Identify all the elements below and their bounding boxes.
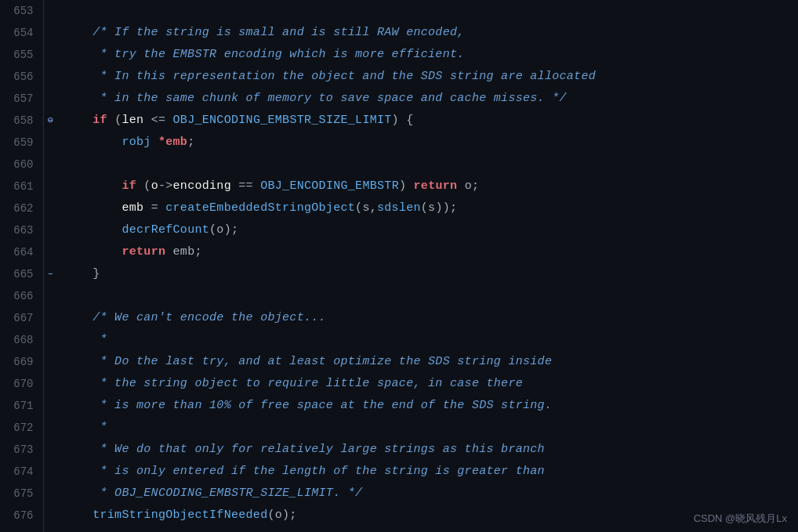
code-token: o (151, 179, 158, 193)
table-row: 655 * try the EMBSTR encoding which is m… (0, 44, 798, 66)
code-token: OBJ_ENCODING_EMBSTR (260, 179, 399, 193)
code-token: * is more than 10% of free space at the … (63, 399, 552, 412)
code-token: * (63, 421, 107, 434)
fold-marker (43, 329, 57, 351)
table-row: 667 /* We can't encode the object... (0, 307, 798, 329)
table-row: 670 * the string object to require littl… (0, 373, 798, 395)
code-token: * is only entered if the length of the s… (63, 465, 545, 478)
line-number: 663 (0, 219, 43, 241)
line-number: 675 (0, 483, 43, 505)
table-row: 669 * Do the last try, and at least opti… (0, 351, 798, 373)
fold-marker (43, 0, 57, 22)
code-content: /* If the string is small and is still R… (57, 22, 798, 44)
code-token: o; (457, 179, 479, 193)
table-row: 674 * is only entered if the length of t… (0, 461, 798, 483)
fold-marker (43, 176, 57, 197)
line-number: 673 (0, 439, 43, 461)
code-content: * OBJ_ENCODING_EMBSTR_SIZE_LIMIT. */ (57, 483, 798, 505)
code-content: if (o->encoding == OBJ_ENCODING_EMBSTR) … (57, 176, 798, 197)
code-token: = (143, 201, 165, 215)
code-token (63, 245, 122, 259)
code-token: * OBJ_ENCODING_EMBSTR_SIZE_LIMIT. */ (63, 487, 362, 500)
code-token: (o); (267, 508, 296, 522)
line-number: 670 (0, 373, 43, 395)
fold-marker (43, 527, 57, 532)
code-content (57, 285, 798, 307)
line-number: 657 (0, 88, 43, 110)
table-row: 662 emb = createEmbeddedStringObject(s,s… (0, 197, 798, 219)
code-token: * We do that only for relatively large s… (63, 443, 545, 456)
code-token: (o); (209, 223, 238, 237)
code-token: emb; (165, 245, 202, 259)
code-content: * (57, 417, 798, 439)
line-number: 660 (0, 154, 43, 176)
code-token: emb (122, 201, 143, 215)
table-row: 666 (0, 285, 798, 307)
code-token: /* We can't encode the object... (63, 311, 326, 324)
code-token: robj (122, 136, 151, 149)
line-number: 661 (0, 176, 43, 197)
code-content: * is only entered if the length of the s… (57, 461, 798, 483)
line-number: 662 (0, 197, 43, 219)
fold-marker (43, 417, 57, 439)
line-number: 671 (0, 395, 43, 417)
fold-marker[interactable]: ⊖ (43, 110, 57, 132)
code-token: } (63, 267, 100, 280)
code-token: * try the EMBSTR encoding which is more … (63, 48, 465, 61)
watermark: CSDN @晓风残月Lx (694, 512, 787, 526)
fold-marker (43, 154, 57, 176)
code-content: * is more than 10% of free space at the … (57, 395, 798, 417)
fold-marker (43, 373, 57, 395)
code-content: /* We can't encode the object... (57, 307, 798, 329)
table-row: 665– } (0, 263, 798, 285)
fold-marker (43, 219, 57, 241)
code-token: ( (136, 179, 151, 193)
code-token: == (231, 179, 260, 193)
code-content: if (len <= OBJ_ENCODING_EMBSTR_SIZE_LIMI… (57, 110, 798, 132)
line-number: 668 (0, 329, 43, 351)
table-row: 656 * In this representation the object … (0, 66, 798, 88)
code-token: OBJ_ENCODING_EMBSTR_SIZE_LIMIT (173, 114, 392, 127)
line-number: 667 (0, 307, 43, 329)
table-row: 672 * (0, 417, 798, 439)
fold-marker (43, 132, 57, 154)
table-row: 668 * (0, 329, 798, 351)
line-number: 653 (0, 0, 43, 22)
fold-marker (43, 439, 57, 461)
code-content: * the string object to require little sp… (57, 373, 798, 395)
line-number: 666 (0, 285, 43, 307)
code-token: *emb (158, 136, 187, 149)
fold-marker (43, 395, 57, 417)
code-content: * (57, 329, 798, 351)
fold-marker (43, 44, 57, 66)
table-row: 677 (0, 527, 798, 532)
code-token: * in the same chunk of memory to save sp… (63, 92, 567, 105)
line-number: 655 (0, 44, 43, 66)
code-viewer: 653 654 /* If the string is small and is… (0, 0, 798, 532)
code-token: ) { (392, 114, 414, 127)
table-row: 676 trimStringObjectIfNeeded(o); (0, 505, 798, 527)
line-number: 658 (0, 110, 43, 132)
code-token: (s, (355, 201, 377, 215)
code-token: <= (143, 114, 172, 127)
table-row: 654 /* If the string is small and is sti… (0, 22, 798, 44)
code-token: * In this representation the object and … (63, 70, 596, 83)
code-content: } (57, 263, 798, 285)
line-number: 659 (0, 132, 43, 154)
code-token: * Do the last try, and at least optimize… (63, 355, 552, 368)
fold-marker (43, 197, 57, 219)
code-token: return (414, 179, 458, 193)
code-content: * Do the last try, and at least optimize… (57, 351, 798, 373)
code-content (57, 0, 798, 22)
line-number: 676 (0, 505, 43, 527)
code-token: ) (399, 179, 414, 193)
code-token: if (92, 114, 107, 127)
code-content: robj *emb; (57, 132, 798, 154)
fold-marker (43, 461, 57, 483)
table-row: 658⊖ if (len <= OBJ_ENCODING_EMBSTR_SIZE… (0, 110, 798, 132)
code-token: return (122, 245, 165, 259)
fold-marker (43, 351, 57, 373)
table-row: 660 (0, 154, 798, 176)
code-token: /* If the string is small and is still R… (63, 26, 465, 39)
fold-marker[interactable]: – (43, 263, 57, 285)
